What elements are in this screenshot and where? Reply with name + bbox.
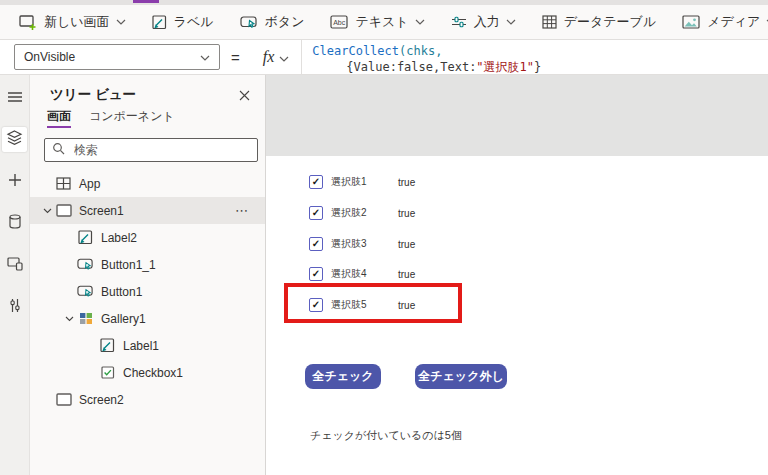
media-icon bbox=[682, 15, 700, 29]
ribbon-item-new-screen[interactable]: 新しい画面 bbox=[6, 5, 139, 39]
label-icon bbox=[77, 230, 94, 245]
checkbox-label: 選択肢3 bbox=[331, 237, 389, 251]
tree-item-label: Button1_1 bbox=[101, 258, 156, 272]
search-input[interactable] bbox=[72, 142, 250, 158]
app-icon bbox=[55, 177, 72, 190]
checkbox-value-text: true bbox=[398, 177, 415, 188]
tab-components[interactable]: コンポーネント bbox=[89, 108, 175, 128]
ribbon-item-label: ラベル bbox=[174, 13, 214, 31]
checkbox-checked-icon[interactable]: ✓ bbox=[309, 237, 323, 251]
label-icon bbox=[99, 338, 116, 353]
chevron-down-icon[interactable] bbox=[40, 208, 55, 214]
search-box bbox=[44, 138, 258, 162]
button-icon bbox=[77, 257, 94, 272]
formula-string: "選択肢1" bbox=[476, 60, 534, 74]
ribbon-item-datatable[interactable]: データテーブル bbox=[529, 5, 670, 39]
checkbox-value-text: true bbox=[398, 239, 415, 250]
powerapps-studio-window: 新しい画面ラベルボタンAbcテキスト入力データテーブルメディアグラフ OnVis… bbox=[0, 0, 768, 475]
ribbon-item-input[interactable]: 入力 bbox=[438, 5, 529, 39]
close-icon[interactable] bbox=[239, 90, 250, 101]
checkbox-icon bbox=[99, 366, 116, 379]
ribbon-item-button[interactable]: ボタン bbox=[227, 5, 318, 39]
screen-icon bbox=[55, 393, 72, 406]
input-icon bbox=[451, 15, 467, 29]
canvas-checkbox-row: ✓選択肢4true bbox=[309, 266, 415, 282]
canvas-checkbox-row: ✓選択肢2true bbox=[309, 205, 415, 221]
rail-insert[interactable] bbox=[2, 169, 27, 194]
app-screen-canvas[interactable]: ✓選択肢1true✓選択肢2true✓選択肢3true✓選択肢4true✓選択肢… bbox=[266, 156, 768, 475]
tree-item-label: Checkbox1 bbox=[123, 366, 183, 380]
fx-label: fx bbox=[263, 48, 275, 66]
tree-item-button1_1[interactable]: Button1_1 bbox=[30, 251, 265, 278]
uncheck-all-button[interactable]: 全チェック外し bbox=[415, 364, 507, 389]
tree-item-gallery1[interactable]: Gallery1 bbox=[30, 305, 265, 332]
formula-bar: OnVisible = fx ClearCollect(chks, {Value… bbox=[0, 40, 768, 75]
media-devices-icon bbox=[7, 257, 23, 275]
menu-icon bbox=[7, 89, 23, 107]
ribbon-item-label: テキスト bbox=[355, 13, 408, 31]
active-ribbon-tab-indicator bbox=[133, 0, 159, 3]
formula-line-2: {Value:false,Text:"選択肢1"} bbox=[312, 59, 768, 74]
tree-item-label2[interactable]: Label2 bbox=[30, 224, 265, 251]
left-navigation-rail bbox=[0, 75, 30, 475]
tree-item-label: Button1 bbox=[101, 285, 142, 299]
formula-record: {Value:false,Text: bbox=[346, 60, 476, 74]
property-selector[interactable]: OnVisible bbox=[14, 44, 220, 70]
property-selector-value: OnVisible bbox=[24, 50, 75, 64]
tree-item-label1[interactable]: Label1 bbox=[30, 332, 265, 359]
chevron-down-icon[interactable] bbox=[62, 316, 77, 322]
ribbon-item-label: データテーブル bbox=[564, 13, 657, 31]
rail-data[interactable] bbox=[2, 211, 27, 236]
chevron-down-icon bbox=[200, 50, 210, 64]
formula-function: ClearCollect bbox=[312, 44, 399, 58]
rail-media-devices[interactable] bbox=[2, 253, 27, 278]
ribbon-item-label[interactable]: ラベル bbox=[139, 5, 227, 39]
tree-item-label: Label1 bbox=[123, 339, 159, 353]
tree-view-tabs: 画面 コンポーネント bbox=[30, 108, 265, 128]
tab-screens[interactable]: 画面 bbox=[47, 108, 71, 128]
equals-sign: = bbox=[231, 49, 240, 66]
tree-view-list: AppScreen1⋯Label2Button1_1Button1Gallery… bbox=[30, 170, 265, 413]
highlight-annotation bbox=[284, 283, 462, 323]
checkbox-label: 選択肢4 bbox=[331, 267, 389, 281]
ribbon-item-text[interactable]: Abcテキスト bbox=[317, 5, 437, 39]
advanced-tools-icon bbox=[9, 298, 21, 317]
checkbox-checked-icon[interactable]: ✓ bbox=[309, 267, 323, 281]
rail-menu[interactable] bbox=[2, 85, 27, 110]
tree-item-screen1[interactable]: Screen1⋯ bbox=[30, 197, 265, 224]
formula-line-1: ClearCollect(chks, bbox=[312, 43, 768, 59]
chevron-down-icon bbox=[506, 19, 516, 25]
formula-input[interactable]: ClearCollect(chks, {Value:false,Text:"選択… bbox=[301, 40, 768, 74]
checkbox-checked-icon[interactable]: ✓ bbox=[309, 175, 323, 189]
rail-advanced-tools[interactable] bbox=[2, 295, 27, 320]
checkbox-label: 選択肢1 bbox=[331, 175, 389, 189]
datatable-icon bbox=[542, 15, 557, 29]
tree-item-label: Gallery1 bbox=[101, 312, 146, 326]
label-icon bbox=[152, 15, 167, 30]
tree-item-button1[interactable]: Button1 bbox=[30, 278, 265, 305]
svg-text:Abc: Abc bbox=[334, 19, 347, 26]
formula-record-close: } bbox=[534, 60, 541, 74]
data-icon bbox=[9, 214, 21, 233]
tree-item-checkbox1[interactable]: Checkbox1 bbox=[30, 359, 265, 386]
checkbox-checked-icon[interactable]: ✓ bbox=[309, 206, 323, 220]
canvas-workspace: ✓選択肢1true✓選択肢2true✓選択肢3true✓選択肢4true✓選択肢… bbox=[266, 75, 768, 475]
more-options-icon[interactable]: ⋯ bbox=[235, 203, 249, 218]
fx-button[interactable]: fx bbox=[251, 40, 302, 74]
insert-toolbar: 新しい画面ラベルボタンAbcテキスト入力データテーブルメディアグラフ bbox=[0, 5, 768, 40]
panel-title: ツリー ビュー bbox=[50, 86, 136, 104]
ribbon-item-media[interactable]: メディア bbox=[669, 5, 768, 39]
check-all-button[interactable]: 全チェック bbox=[305, 364, 381, 389]
insert-icon bbox=[8, 173, 22, 191]
text-icon: Abc bbox=[330, 15, 348, 29]
ribbon-item-label: 新しい画面 bbox=[44, 13, 110, 31]
tree-item-screen2[interactable]: Screen2 bbox=[30, 386, 265, 413]
chevron-down-icon bbox=[279, 48, 289, 66]
tree-item-label: Screen2 bbox=[79, 393, 124, 407]
new-screen-icon bbox=[19, 15, 37, 30]
rail-tree-view[interactable] bbox=[2, 127, 27, 152]
tree-item-app[interactable]: App bbox=[30, 170, 265, 197]
checkbox-label: 選択肢2 bbox=[331, 206, 389, 220]
checkbox-value-text: true bbox=[398, 269, 415, 280]
chevron-down-icon bbox=[415, 19, 425, 25]
